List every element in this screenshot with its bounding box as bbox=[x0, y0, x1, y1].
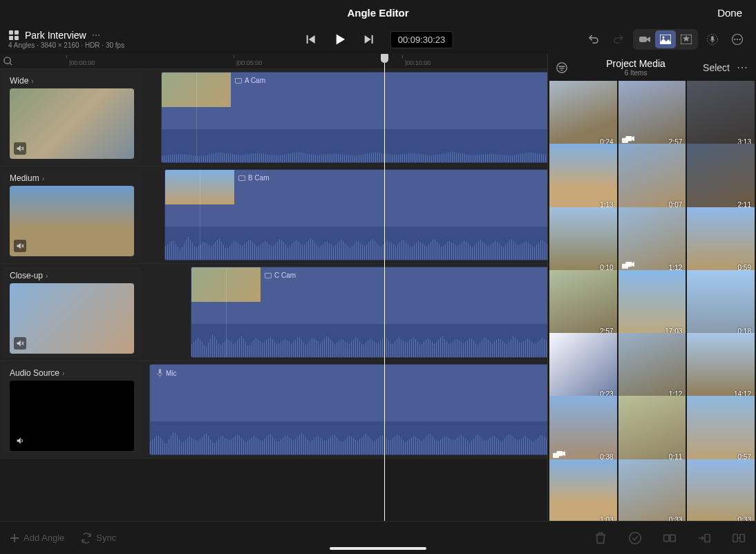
prev-frame-button[interactable] bbox=[303, 32, 319, 47]
svg-rect-26 bbox=[664, 535, 669, 541]
angle-row-wide: Wide › A Cam bbox=[0, 69, 547, 166]
media-item[interactable]: 2:57 bbox=[549, 270, 617, 338]
home-indicator bbox=[330, 547, 426, 550]
svg-rect-30 bbox=[740, 534, 744, 542]
angle-track[interactable]: A Cam bbox=[144, 69, 547, 166]
overwrite-clip-icon[interactable] bbox=[731, 531, 746, 546]
angle-row-close-up: Close-up › C Cam bbox=[0, 264, 547, 361]
trash-icon[interactable] bbox=[593, 531, 608, 546]
media-item[interactable]: 1:13 bbox=[549, 144, 617, 211]
angle-header[interactable]: Medium › bbox=[3, 169, 141, 260]
next-frame-button[interactable] bbox=[361, 32, 377, 47]
waveform bbox=[150, 421, 547, 455]
media-item[interactable]: 1:12 bbox=[618, 207, 686, 275]
svg-point-13 bbox=[734, 39, 735, 40]
media-item[interactable]: 0:24 bbox=[549, 81, 617, 149]
svg-rect-0 bbox=[9, 30, 13, 35]
mute-icon[interactable] bbox=[14, 240, 26, 252]
clip-label: Mic bbox=[157, 369, 177, 377]
media-item[interactable]: 0:38 bbox=[549, 396, 617, 464]
media-duration: 0:33 bbox=[738, 516, 751, 521]
angle-thumbnail bbox=[10, 88, 134, 159]
insert-clip-icon[interactable] bbox=[697, 531, 712, 546]
voiceover-button[interactable] bbox=[702, 30, 723, 48]
angle-track[interactable]: C Cam bbox=[144, 264, 547, 361]
enable-clip-icon[interactable] bbox=[627, 531, 643, 546]
more-options-button[interactable] bbox=[727, 30, 748, 48]
photo-view-button[interactable] bbox=[655, 30, 676, 48]
add-angle-button[interactable]: Add Angle bbox=[10, 533, 64, 543]
svg-rect-29 bbox=[733, 534, 737, 542]
angle-name[interactable]: Audio Source › bbox=[10, 368, 134, 378]
timeline-ruler[interactable]: |00:00:00|00:05:00|00:10:00 bbox=[0, 54, 547, 69]
angle-header[interactable]: Wide › bbox=[3, 72, 141, 163]
ruler-mark: |00:10:00 bbox=[402, 54, 431, 68]
timecode-display[interactable]: 00:09:30:23 bbox=[390, 31, 453, 48]
media-item[interactable]: 0:57 bbox=[687, 396, 755, 464]
media-item[interactable]: 0:11 bbox=[618, 396, 686, 464]
media-item[interactable]: 0:10 bbox=[549, 207, 617, 275]
media-item[interactable]: 2:11 bbox=[687, 144, 755, 211]
media-item[interactable]: 0:07 bbox=[618, 144, 686, 211]
svg-point-14 bbox=[737, 39, 738, 40]
sync-button[interactable]: Sync bbox=[81, 533, 116, 544]
clip-label: A Cam bbox=[235, 77, 265, 84]
speaker-icon[interactable] bbox=[14, 434, 26, 447]
media-item[interactable]: 2:57 bbox=[618, 81, 686, 149]
zoom-icon[interactable] bbox=[3, 56, 13, 66]
project-title: Park Interview bbox=[25, 30, 86, 41]
mute-icon[interactable] bbox=[14, 142, 26, 155]
right-tools bbox=[583, 29, 748, 50]
clip[interactable]: Mic bbox=[149, 364, 547, 455]
angle-name[interactable]: Medium › bbox=[10, 173, 134, 183]
media-item[interactable]: 1:12 bbox=[618, 333, 686, 401]
clip[interactable]: A Cam bbox=[161, 72, 547, 163]
favorites-view-button[interactable] bbox=[676, 30, 697, 48]
angle-name[interactable]: Wide › bbox=[10, 76, 134, 86]
media-item[interactable]: 3:13 bbox=[687, 81, 755, 149]
play-button[interactable] bbox=[332, 32, 348, 47]
done-button[interactable]: Done bbox=[717, 7, 742, 19]
timeline-area[interactable]: |00:00:00|00:05:00|00:10:00 Wide › A Cam… bbox=[0, 54, 547, 521]
media-item[interactable]: 0:33 bbox=[687, 459, 755, 521]
media-item[interactable]: 0:18 bbox=[687, 270, 755, 338]
undo-button[interactable] bbox=[583, 30, 604, 48]
angle-thumbnail bbox=[10, 186, 134, 256]
project-meta: 4 Angles · 3840 × 2160 · HDR · 30 fps bbox=[8, 41, 124, 49]
svg-rect-4 bbox=[307, 35, 308, 44]
angle-thumbnail bbox=[10, 283, 134, 354]
angle-row-medium: Medium › B Cam bbox=[0, 166, 547, 264]
clip-label: B Cam bbox=[238, 174, 270, 182]
clip[interactable]: B Cam bbox=[164, 169, 547, 260]
select-button[interactable]: Select bbox=[703, 62, 730, 73]
angle-header[interactable]: Close-up › bbox=[3, 267, 141, 358]
sidebar-subtitle: 6 Items bbox=[574, 69, 697, 77]
angle-track[interactable]: Mic bbox=[144, 361, 547, 458]
sidebar-more-icon[interactable]: ⋯ bbox=[735, 61, 749, 75]
svg-point-18 bbox=[557, 62, 567, 72]
media-item[interactable]: 0:23 bbox=[549, 333, 617, 401]
sidebar-title: Project Media bbox=[574, 58, 697, 69]
angle-track[interactable]: B Cam bbox=[144, 166, 547, 263]
angle-header[interactable]: Audio Source › bbox=[3, 364, 141, 455]
angle-name[interactable]: Close-up › bbox=[10, 271, 134, 280]
project-options-icon[interactable]: ⋯ bbox=[92, 30, 100, 40]
split-clip-icon[interactable] bbox=[662, 531, 677, 546]
waveform bbox=[191, 324, 547, 357]
media-item[interactable]: 0:33 bbox=[618, 459, 686, 521]
clip-label: C Cam bbox=[265, 271, 296, 279]
clip[interactable]: C Cam bbox=[191, 267, 547, 358]
multiclip-grid-icon[interactable] bbox=[8, 30, 19, 41]
filter-icon[interactable] bbox=[555, 61, 569, 75]
media-item[interactable]: 17:03 bbox=[618, 270, 686, 338]
svg-point-16 bbox=[4, 57, 10, 64]
mute-icon[interactable] bbox=[14, 337, 26, 350]
media-item[interactable]: 0:59 bbox=[687, 207, 755, 275]
camera-view-button[interactable] bbox=[634, 30, 655, 48]
svg-rect-5 bbox=[372, 35, 373, 44]
media-item[interactable]: 1:03 bbox=[549, 459, 617, 521]
svg-rect-22 bbox=[625, 262, 632, 267]
redo-button[interactable] bbox=[608, 30, 629, 48]
svg-point-25 bbox=[630, 532, 641, 544]
media-item[interactable]: 14:12 bbox=[687, 333, 755, 401]
